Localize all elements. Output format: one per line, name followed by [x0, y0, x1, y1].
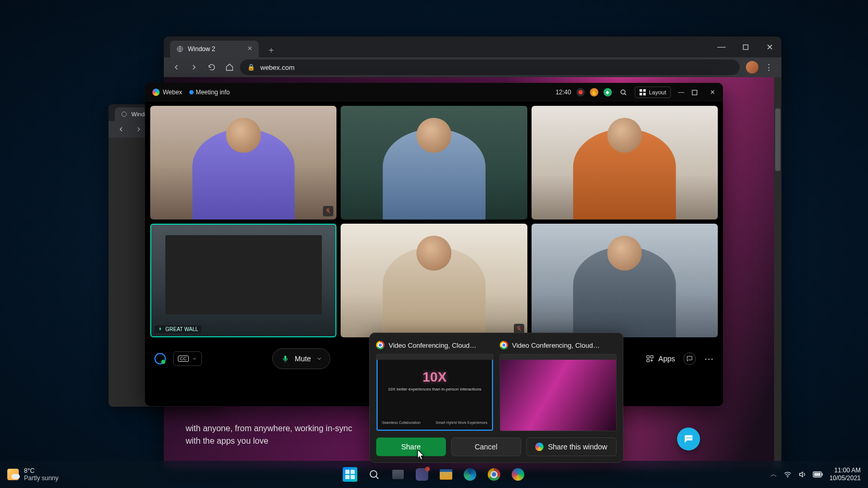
taskbar-weather[interactable]: 8°C Partly sunny — [7, 467, 58, 482]
cancel-button[interactable]: Cancel — [451, 437, 521, 456]
search-button[interactable] — [367, 467, 381, 482]
task-view-button[interactable] — [391, 467, 405, 482]
chrome-button[interactable] — [487, 467, 501, 482]
participant-tile[interactable] — [150, 106, 336, 219]
svg-rect-8 — [692, 90, 697, 95]
browser-tab[interactable]: Window 2 ✕ — [170, 41, 259, 57]
network-indicator[interactable]: ◆ — [604, 88, 612, 96]
share-button[interactable]: Share — [376, 437, 446, 456]
system-tray[interactable]: ︿ 11:00 AM 10/05/2021 — [770, 467, 861, 482]
participant-name-badge: GREAT WALL — [154, 325, 201, 333]
clock[interactable]: 11:00 AM 10/05/2021 — [829, 467, 861, 482]
address-bar[interactable]: 🔒 webex.com — [240, 59, 740, 75]
self-presence-icon[interactable] — [154, 353, 166, 364]
chrome-icon — [500, 341, 508, 349]
search-icon[interactable] — [617, 86, 630, 99]
muted-icon — [323, 206, 333, 216]
menu-button[interactable]: ⋮ — [762, 60, 776, 75]
captions-button[interactable]: CC — [173, 351, 202, 366]
profile-avatar[interactable] — [746, 61, 758, 74]
participant-tile[interactable] — [341, 224, 527, 337]
svg-rect-4 — [640, 89, 642, 92]
close-button[interactable]: ✕ — [707, 89, 718, 96]
wifi-icon[interactable] — [783, 470, 792, 479]
svg-rect-7 — [643, 93, 646, 95]
minimize-button[interactable]: — — [709, 36, 733, 57]
reload-button[interactable] — [204, 60, 219, 75]
participant-tile-active[interactable]: GREAT WALL — [150, 224, 336, 337]
new-tab-button[interactable]: ＋ — [264, 43, 279, 57]
mute-button[interactable]: Mute — [272, 348, 330, 369]
svg-rect-21 — [822, 473, 823, 476]
cancel-button-label: Cancel — [475, 443, 498, 451]
webex-brand-label: Webex — [163, 89, 182, 96]
share-thumbnail[interactable]: 10X 10X better experiences than in-perso… — [376, 354, 493, 431]
minimize-button[interactable]: — — [676, 89, 686, 96]
share-option[interactable]: Video Conferencing, Cloud… — [500, 339, 617, 431]
forward-button[interactable] — [131, 122, 146, 137]
taskbar-center — [343, 467, 525, 482]
participant-tile[interactable] — [532, 106, 718, 219]
chevron-up-icon[interactable]: ︿ — [770, 470, 777, 479]
share-thumbnail[interactable] — [500, 354, 617, 431]
apps-button[interactable]: Apps — [646, 355, 675, 363]
meeting-info-button[interactable]: Meeting info — [189, 89, 230, 96]
edge-button[interactable] — [463, 467, 477, 482]
mic-icon — [281, 355, 290, 363]
share-this-window-button[interactable]: Share this window — [526, 437, 617, 456]
caption-line: with the apps you love — [186, 435, 352, 447]
maximize-button[interactable] — [692, 90, 702, 95]
participant-tile[interactable] — [532, 224, 718, 337]
forward-button[interactable] — [187, 60, 201, 75]
share-option-title: Video Conferencing, Cloud… — [512, 341, 600, 349]
home-button[interactable] — [222, 60, 237, 75]
chrome-toolbar: 🔒 webex.com ⋮ — [164, 57, 781, 77]
chat-icon[interactable] — [683, 352, 696, 365]
scrollbar-thumb[interactable] — [775, 108, 780, 171]
taskbar: 8°C Partly sunny ︿ 11:00 AM 10/05/2021 — [0, 461, 868, 488]
weather-temp: 8°C — [24, 467, 58, 474]
share-option-title: Video Conferencing, Cloud… — [389, 341, 476, 349]
info-dot-icon — [189, 90, 194, 94]
close-icon[interactable]: ✕ — [247, 45, 255, 52]
scrollbar[interactable] — [774, 77, 781, 469]
share-option[interactable]: Video Conferencing, Cloud… 10X 10X bette… — [376, 339, 493, 431]
chevron-down-icon — [192, 356, 197, 361]
teams-button[interactable] — [415, 467, 429, 482]
svg-point-15 — [689, 437, 690, 438]
maximize-button[interactable] — [733, 36, 757, 57]
webex-logo-icon — [535, 443, 544, 451]
start-button[interactable] — [343, 467, 357, 482]
webex-button[interactable] — [511, 467, 525, 482]
chrome-tabbar: Window 2 ✕ ＋ — ✕ — [164, 36, 781, 57]
apps-label: Apps — [658, 355, 675, 363]
chevron-down-icon — [316, 356, 322, 362]
participant-name: GREAT WALL — [165, 326, 198, 332]
volume-icon[interactable] — [798, 470, 806, 479]
recording-indicator[interactable] — [576, 88, 585, 96]
battery-icon[interactable] — [813, 471, 823, 478]
meeting-info-label: Meeting info — [196, 89, 230, 96]
back-button[interactable] — [114, 122, 128, 137]
svg-rect-12 — [650, 356, 653, 358]
back-button[interactable] — [169, 60, 184, 75]
layout-button[interactable]: Layout — [635, 87, 671, 98]
share-popover: Video Conferencing, Cloud… 10X 10X bette… — [369, 333, 623, 463]
participant-tile[interactable] — [341, 106, 527, 219]
svg-rect-9 — [160, 327, 161, 330]
chat-bubble-button[interactable] — [677, 428, 700, 450]
mute-label: Mute — [295, 355, 311, 363]
file-explorer-button[interactable] — [439, 467, 453, 482]
page-caption: with anyone, from anywhere, working in-s… — [186, 422, 352, 447]
svg-point-17 — [370, 471, 377, 478]
caption-line: with anyone, from anywhere, working in-s… — [186, 422, 352, 435]
reaction-indicator[interactable]: ✋ — [590, 88, 598, 96]
mouse-cursor — [417, 449, 425, 460]
url-text: webex.com — [260, 64, 295, 71]
webex-titlebar: Webex Meeting info 12:40 ✋ ◆ Layout — ✕ — [145, 83, 723, 102]
webex-logo-icon — [152, 89, 160, 96]
more-button[interactable]: ⋯ — [704, 353, 715, 364]
svg-point-16 — [690, 437, 691, 438]
close-button[interactable]: ✕ — [757, 36, 781, 57]
svg-rect-13 — [647, 359, 649, 362]
